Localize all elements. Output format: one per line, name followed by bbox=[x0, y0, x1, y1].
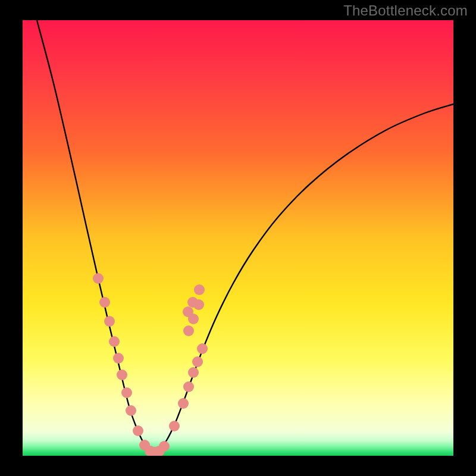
watermark-label: TheBottleneck.com bbox=[343, 2, 468, 19]
data-marker bbox=[183, 381, 194, 392]
data-marker bbox=[126, 405, 136, 416]
data-marker bbox=[192, 356, 203, 367]
data-marker bbox=[117, 369, 127, 380]
data-marker bbox=[194, 284, 205, 295]
data-marker bbox=[121, 387, 132, 398]
data-marker bbox=[188, 367, 199, 378]
data-marker bbox=[159, 441, 170, 452]
data-marker bbox=[133, 425, 143, 436]
data-marker bbox=[113, 353, 124, 364]
data-marker bbox=[178, 398, 189, 409]
data-marker bbox=[93, 273, 104, 284]
data-marker bbox=[183, 306, 193, 317]
chart-container: TheBottleneck.com bbox=[0, 0, 476, 476]
data-marker bbox=[197, 343, 208, 354]
gradient-background bbox=[23, 20, 453, 456]
data-marker bbox=[187, 297, 198, 308]
data-marker bbox=[109, 336, 120, 347]
data-marker bbox=[104, 316, 115, 327]
data-marker bbox=[169, 421, 180, 431]
bottleneck-chart bbox=[0, 0, 476, 476]
data-marker bbox=[183, 325, 194, 336]
data-marker bbox=[99, 297, 110, 308]
